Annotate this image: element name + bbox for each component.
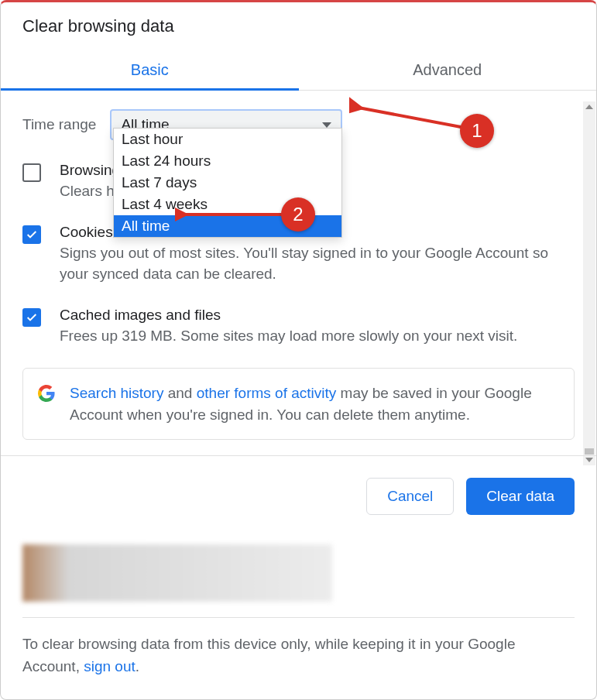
- dropdown-option[interactable]: Last hour: [114, 129, 341, 150]
- dialog-footer: Cancel Clear data: [1, 456, 596, 537]
- item-desc: Frees up 319 MB. Some sites may load mor…: [60, 325, 575, 347]
- chevron-down-icon: [322, 122, 331, 128]
- cancel-button[interactable]: Cancel: [366, 478, 454, 515]
- link-sign-out[interactable]: sign out: [84, 658, 136, 674]
- item-title: Cached images and files: [60, 307, 575, 324]
- annotation-badge-2: 2: [281, 197, 315, 232]
- clear-data-button[interactable]: Clear data: [466, 478, 575, 515]
- annotation-arrow-2: [175, 205, 299, 224]
- checkbox-cookies[interactable]: [22, 225, 41, 244]
- dialog-title: Clear browsing data: [1, 2, 596, 50]
- option-cached: Cached images and files Frees up 319 MB.…: [22, 307, 575, 347]
- google-g-icon: [37, 384, 56, 403]
- dropdown-option[interactable]: Last 24 hours: [114, 150, 341, 172]
- tab-advanced[interactable]: Advanced: [299, 50, 597, 90]
- time-range-label: Time range: [22, 116, 96, 133]
- annotation-badge-1: 1: [460, 114, 494, 148]
- link-other-activity[interactable]: other forms of activity: [197, 385, 337, 401]
- scroll-down-icon[interactable]: [585, 458, 593, 462]
- dropdown-option[interactable]: Last 7 days: [114, 172, 341, 194]
- divider: [22, 617, 575, 618]
- infobox-text: Search history and other forms of activi…: [70, 383, 560, 425]
- item-desc: Signs you out of most sites. You'll stay…: [60, 242, 575, 285]
- checkbox-cached[interactable]: [22, 308, 41, 327]
- infobox: Search history and other forms of activi…: [22, 368, 575, 440]
- redacted-region: [22, 544, 332, 602]
- link-search-history[interactable]: Search history: [70, 385, 163, 401]
- svg-line-0: [359, 108, 473, 129]
- tab-basic[interactable]: Basic: [1, 50, 299, 90]
- dialog-content: Time range All time Last hour Last 24 ho…: [1, 91, 596, 456]
- tabs: Basic Advanced: [1, 50, 596, 91]
- checkbox-browsing-history[interactable]: [22, 163, 41, 182]
- bottom-note: To clear browsing data from this device …: [1, 633, 596, 699]
